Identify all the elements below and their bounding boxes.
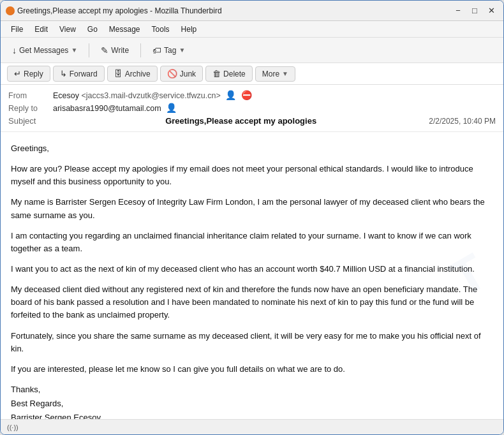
menu-file[interactable]: File — [6, 24, 28, 35]
write-label: Write — [111, 46, 129, 55]
sig-line-1: Thanks, — [11, 383, 493, 396]
delete-icon: 🗑 — [212, 69, 221, 78]
archive-button[interactable]: 🗄 Archive — [107, 66, 158, 82]
body-para-7: If you are interested, please let me kno… — [11, 363, 493, 376]
sender-email[interactable]: <jaccs3.mail-dvzutk@service.tfwzu.cn> — [81, 91, 220, 100]
body-para-3: I am contacting you regarding an unclaim… — [11, 230, 493, 255]
status-bar: ((·)) — [1, 419, 503, 434]
body-para-4: I want you to act as the next of kin of … — [11, 263, 493, 276]
block-sender-icon[interactable]: ⛔ — [241, 90, 252, 100]
more-label: More — [262, 70, 279, 78]
reply-button[interactable]: ↵ Reply — [7, 66, 50, 82]
menu-view[interactable]: View — [54, 24, 81, 35]
subject-row: Subject Greetings,Please accept my apolo… — [8, 114, 496, 128]
replyto-value: arisabasra1990@tutamail.com 👤 — [53, 103, 496, 113]
menu-go[interactable]: Go — [82, 24, 103, 35]
toolbar: ↓ Get Messages ▼ ✎ Write 🏷 Tag ▼ — [1, 38, 503, 63]
get-messages-label: Get Messages — [19, 46, 68, 55]
body-para-1: How are you? Please accept my apologies … — [11, 163, 493, 188]
junk-label: Junk — [180, 70, 196, 78]
menu-edit[interactable]: Edit — [29, 24, 53, 35]
tag-button[interactable]: 🏷 Tag ▼ — [146, 43, 191, 58]
window-title: Greetings,Please accept my apologies - M… — [17, 6, 451, 15]
subject-label: Subject — [8, 116, 53, 126]
action-bar: ↵ Reply ↳ Forward 🗄 Archive 🚫 Junk 🗑 Del… — [1, 63, 503, 85]
replyto-verify-icon[interactable]: 👤 — [166, 103, 177, 113]
replyto-row: Reply to arisabasra1990@tutamail.com 👤 — [8, 101, 496, 114]
delete-button[interactable]: 🗑 Delete — [205, 66, 253, 82]
forward-label: Forward — [70, 70, 98, 78]
menu-message[interactable]: Message — [104, 24, 145, 35]
tag-dropdown-icon[interactable]: ▼ — [179, 47, 185, 54]
menu-tools[interactable]: Tools — [147, 24, 175, 35]
main-window: Greetings,Please accept my apologies - M… — [0, 0, 504, 435]
body-para-5: My deceased client died without any regi… — [11, 283, 493, 321]
email-date: 2/2/2025, 10:40 PM — [429, 117, 496, 126]
delete-label: Delete — [223, 70, 246, 78]
email-body: T Greetings, How are you? Please accept … — [1, 132, 503, 419]
tag-label: Tag — [164, 46, 176, 55]
close-button[interactable]: ✕ — [484, 4, 498, 18]
forward-button[interactable]: ↳ Forward — [53, 66, 105, 82]
write-button[interactable]: ✎ Write — [94, 43, 135, 58]
body-para-6: Fortunately, since you share the same su… — [11, 330, 493, 355]
get-messages-dropdown-icon[interactable]: ▼ — [71, 47, 77, 54]
sig-line-2: Best Regards, — [11, 397, 493, 410]
app-icon — [6, 6, 15, 15]
more-dropdown-icon: ▼ — [282, 70, 288, 77]
junk-button[interactable]: 🚫 Junk — [160, 66, 203, 82]
email-subject: Greetings,Please accept my apologies — [165, 116, 316, 126]
reply-label: Reply — [24, 70, 43, 78]
replyto-address[interactable]: arisabasra1990@tutamail.com — [53, 104, 161, 113]
maximize-button[interactable]: □ — [468, 4, 482, 18]
toolbar-divider-1 — [89, 43, 89, 57]
menu-bar: File Edit View Go Message Tools Help — [1, 21, 503, 38]
replyto-label: Reply to — [8, 104, 53, 113]
body-para-2: My name is Barrister Sergen Ecesoy of In… — [11, 196, 493, 221]
tag-icon: 🏷 — [152, 45, 161, 55]
from-value: Ecesoy <jaccs3.mail-dvzutk@service.tfwzu… — [53, 90, 496, 100]
email-header: From Ecesoy <jaccs3.mail-dvzutk@service.… — [1, 85, 503, 132]
verify-icon[interactable]: 👤 — [225, 90, 236, 100]
title-bar: Greetings,Please accept my apologies - M… — [1, 1, 503, 21]
from-label: From — [8, 91, 53, 100]
write-icon: ✎ — [101, 45, 108, 55]
sig-line-3: Barrister Sergen Ecesoy — [11, 411, 493, 419]
toolbar-divider-2 — [140, 43, 141, 57]
archive-label: Archive — [125, 70, 151, 78]
menu-help[interactable]: Help — [176, 24, 202, 35]
junk-icon: 🚫 — [167, 69, 177, 78]
minimize-button[interactable]: − — [451, 4, 465, 18]
archive-icon: 🗄 — [114, 69, 122, 78]
more-button[interactable]: More ▼ — [255, 66, 295, 82]
body-greeting: Greetings, — [11, 142, 493, 155]
signal-icon: ((·)) — [7, 424, 19, 431]
sender-name: Ecesoy — [53, 91, 79, 100]
forward-icon: ↳ — [60, 69, 67, 78]
window-controls: − □ ✕ — [451, 4, 498, 18]
get-messages-button[interactable]: ↓ Get Messages ▼ — [6, 43, 84, 58]
get-messages-icon: ↓ — [12, 45, 17, 55]
from-row: From Ecesoy <jaccs3.mail-dvzutk@service.… — [8, 89, 496, 101]
reply-icon: ↵ — [14, 69, 21, 78]
email-signature: Thanks, Best Regards, Barrister Sergen E… — [11, 383, 493, 419]
